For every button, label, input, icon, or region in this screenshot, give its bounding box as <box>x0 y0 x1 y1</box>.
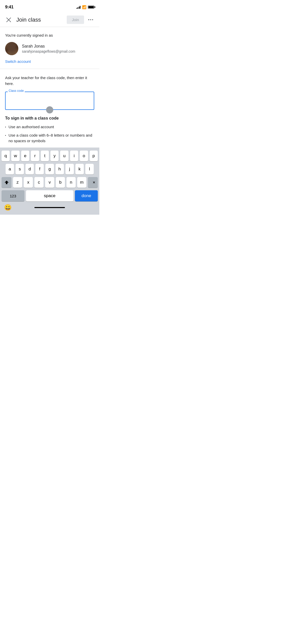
key-j[interactable]: j <box>65 164 74 174</box>
key-o[interactable]: o <box>80 151 88 161</box>
wifi-icon: 📶 <box>82 5 86 9</box>
key-w[interactable]: w <box>11 151 19 161</box>
keyboard-row-3: z x c v b n m <box>2 177 98 188</box>
delete-key[interactable] <box>88 177 98 188</box>
keyboard: q w e r t y u i o p a s d f g h j k l z … <box>0 148 99 215</box>
key-m[interactable]: m <box>77 177 86 188</box>
page-title: Join class <box>16 17 67 23</box>
more-button[interactable] <box>86 15 95 24</box>
key-f[interactable]: f <box>35 164 44 174</box>
keyboard-row-1: q w e r t y u i o p <box>2 151 98 161</box>
class-code-field-wrapper: Class code <box>5 92 94 110</box>
svg-point-3 <box>90 19 91 20</box>
key-y[interactable]: y <box>50 151 59 161</box>
signed-in-label: You're currently signed in as <box>5 33 94 37</box>
key-g[interactable]: g <box>45 164 54 174</box>
emoji-row: 😀 <box>2 202 98 213</box>
key-p[interactable]: p <box>90 151 98 161</box>
key-i[interactable]: i <box>70 151 78 161</box>
divider <box>0 69 99 69</box>
content-area: You're currently signed in as Sarah Jona… <box>0 27 99 166</box>
key-e[interactable]: e <box>21 151 29 161</box>
key-a[interactable]: a <box>6 164 14 174</box>
status-time: 9:41 <box>5 5 13 10</box>
key-l[interactable]: l <box>85 164 94 174</box>
keyboard-row-2: a s d f g h j k l <box>2 164 98 174</box>
status-bar: 9:41 📶 <box>0 0 99 13</box>
key-u[interactable]: u <box>60 151 68 161</box>
key-n[interactable]: n <box>66 177 76 188</box>
user-email: sarahjonaspageflows@gmail.com <box>22 49 75 53</box>
avatar <box>5 42 18 55</box>
shift-key[interactable] <box>2 177 11 188</box>
key-c[interactable]: c <box>34 177 44 188</box>
info-title: To sign in with a class code <box>5 116 94 121</box>
nav-bar: Join class Join <box>0 13 99 27</box>
key-z[interactable]: z <box>13 177 22 188</box>
switch-account-link[interactable]: Switch account <box>5 59 31 64</box>
key-d[interactable]: d <box>25 164 34 174</box>
key-v[interactable]: v <box>45 177 54 188</box>
numbers-key[interactable]: 123 <box>2 190 24 201</box>
class-code-label: Class code <box>8 89 25 93</box>
user-name: Sarah Jonas <box>22 44 75 49</box>
list-item: Use an authorised account <box>5 124 94 130</box>
list-item: Use a class code with 6–8 letters or num… <box>5 133 94 144</box>
key-r[interactable]: r <box>31 151 39 161</box>
key-q[interactable]: q <box>2 151 10 161</box>
svg-point-2 <box>88 19 89 20</box>
user-info: Sarah Jonas sarahjonaspageflows@gmail.co… <box>5 42 94 55</box>
home-indicator <box>34 207 65 208</box>
space-key[interactable]: space <box>26 190 73 201</box>
svg-point-4 <box>92 19 93 20</box>
battery-icon <box>88 6 94 9</box>
close-button[interactable] <box>4 15 13 24</box>
signal-icon <box>76 6 81 9</box>
key-s[interactable]: s <box>16 164 24 174</box>
join-button[interactable]: Join <box>67 16 84 24</box>
keyboard-bottom-row: 123 space done <box>2 190 98 201</box>
class-code-hint: Ask your teacher for the class code, the… <box>5 75 94 86</box>
key-x[interactable]: x <box>24 177 33 188</box>
bullet-list: Use an authorised account Use a class co… <box>5 124 94 144</box>
key-b[interactable]: b <box>56 177 65 188</box>
user-details: Sarah Jonas sarahjonaspageflows@gmail.co… <box>22 44 75 53</box>
key-h[interactable]: h <box>56 164 64 174</box>
status-icons: 📶 <box>76 5 94 9</box>
emoji-button[interactable]: 😀 <box>4 204 12 211</box>
key-t[interactable]: t <box>41 151 49 161</box>
key-k[interactable]: k <box>75 164 84 174</box>
cursor-handle <box>46 106 53 113</box>
done-key[interactable]: done <box>75 190 98 201</box>
